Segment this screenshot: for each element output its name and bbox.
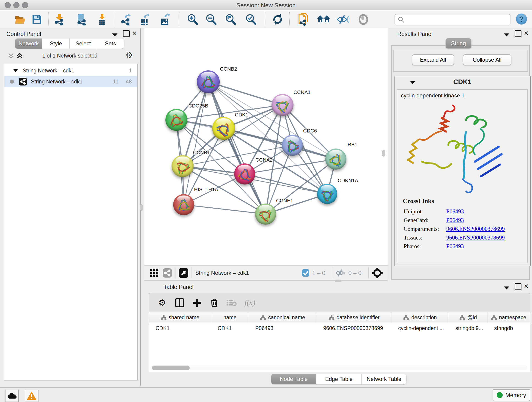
warning-button[interactable]: [25, 390, 38, 402]
node-CDC25B[interactable]: [165, 109, 187, 131]
crosslink-link[interactable]: P06493: [446, 208, 464, 215]
table-cell[interactable]: CDK1: [149, 323, 211, 333]
table-cell[interactable]: stringdb: [488, 323, 530, 333]
expand-all-button[interactable]: Expand All: [412, 54, 454, 65]
tab-sets[interactable]: Sets: [97, 38, 124, 49]
delete-column-icon[interactable]: [210, 298, 218, 307]
add-column-icon[interactable]: [193, 298, 201, 307]
expand-all-tree-icon[interactable]: [8, 52, 14, 59]
hide-graphics-button[interactable]: [336, 13, 349, 26]
network-collection-row[interactable]: String Network – cdk1 1: [4, 65, 137, 76]
cloud-button[interactable]: [5, 390, 19, 402]
table-row[interactable]: CDK1CDK1P064939606.ENSP00000378699cyclin…: [149, 323, 530, 333]
gear-icon[interactable]: ⚙: [126, 51, 133, 60]
node-RB1[interactable]: [325, 148, 346, 170]
tab-edge-table[interactable]: Edge Table: [317, 374, 361, 384]
columns-icon[interactable]: [175, 298, 184, 307]
tab-style[interactable]: Style: [42, 38, 70, 49]
edge-CCNB2-HIST1H1A[interactable]: [184, 82, 208, 205]
panel-float-icon[interactable]: [515, 283, 521, 290]
column-header-database-identifier[interactable]: database identifier: [317, 312, 392, 323]
column-label: description: [411, 314, 437, 321]
vertical-splitter-handle[interactable]: [382, 150, 385, 157]
column-header-canonical-name[interactable]: canonical name: [249, 312, 317, 323]
node-CDK1[interactable]: [212, 117, 235, 140]
tab-node-table[interactable]: Node Table: [271, 374, 317, 384]
node-CCNB1[interactable]: [172, 155, 194, 177]
edge-HIST1H1A-CCNE1[interactable]: [184, 205, 266, 214]
node-CCNA1[interactable]: [272, 94, 293, 116]
table-cell[interactable]: cyclin-dependent ...: [392, 323, 449, 333]
vertical-splitter-handle[interactable]: [140, 204, 143, 211]
network-from-document-button[interactable]: [297, 13, 310, 26]
table-cell[interactable]: stringdb:9...: [449, 323, 488, 333]
tree-expand-icon[interactable]: [13, 69, 18, 72]
export-table-button[interactable]: [139, 13, 152, 26]
panel-float-icon[interactable]: [123, 30, 130, 37]
node-CCNA2[interactable]: [234, 163, 255, 185]
panel-collapse-icon[interactable]: [504, 286, 510, 290]
node-CCNE1[interactable]: [255, 204, 276, 225]
birdseye-crosshair-icon[interactable]: [372, 268, 383, 278]
panel-collapse-icon[interactable]: [504, 33, 510, 37]
node-CDC6[interactable]: [282, 135, 303, 156]
crosslink-link[interactable]: P06493: [446, 243, 464, 249]
scrollbar-thumb[interactable]: [152, 366, 190, 370]
export-network-button[interactable]: [120, 13, 133, 26]
export-image-button[interactable]: [159, 13, 172, 26]
help-button[interactable]: ?: [516, 13, 527, 25]
table-cell[interactable]: CDK1: [211, 323, 249, 333]
refresh-button[interactable]: [271, 13, 284, 26]
crosslink-link[interactable]: 9606.ENSP00000378699: [446, 226, 505, 232]
panel-close-icon[interactable]: ✕: [132, 30, 137, 36]
node-HIST1H1A[interactable]: [173, 194, 194, 215]
network-share-icon[interactable]: [163, 268, 172, 278]
grid-view-icon[interactable]: [150, 269, 159, 277]
tab-select[interactable]: Select: [70, 38, 97, 49]
collapse-all-tree-icon[interactable]: [17, 52, 23, 59]
table-horizontal-scrollbar[interactable]: [151, 365, 528, 370]
tab-string[interactable]: String: [446, 38, 471, 48]
table-cell[interactable]: P06493: [249, 323, 317, 333]
column-header-description[interactable]: description: [392, 312, 449, 323]
crosslink-link[interactable]: P06493: [446, 217, 464, 223]
zoom-in-button[interactable]: [186, 13, 199, 26]
table-cell[interactable]: 9606.ENSP00000378699: [317, 323, 392, 333]
search-input[interactable]: [394, 14, 510, 26]
edge-CCNB2-CCNE1[interactable]: [208, 82, 266, 214]
import-network-file-button[interactable]: [53, 13, 66, 26]
node-CCNB2[interactable]: [197, 70, 220, 93]
zoom-fit-button[interactable]: [224, 13, 237, 26]
tab-network-table[interactable]: Network Table: [361, 374, 406, 384]
node-structure-thumbnail: [234, 165, 255, 186]
network-canvas[interactable]: CCNB2CCNA1CDC25BCDK1CDC6RB1CCNB1CCNA2CDK…: [144, 28, 388, 265]
hidden-eye-slash-icon[interactable]: [336, 269, 346, 277]
table-gear-icon[interactable]: ⚙: [158, 298, 166, 308]
crosslink-link[interactable]: 9606.ENSP00000378699: [446, 235, 505, 241]
network-row-selected[interactable]: String Network – cdk1 11 48: [4, 76, 137, 87]
panel-float-icon[interactable]: [515, 30, 521, 37]
houses-icon-button[interactable]: [317, 13, 330, 26]
lens-icon-button[interactable]: [357, 13, 370, 26]
column-header-@id[interactable]: @id: [449, 312, 488, 323]
crosslink-row: Compartments:9606.ENSP00000378699: [404, 226, 527, 232]
import-table-button[interactable]: [95, 13, 108, 26]
collapse-all-button[interactable]: Collapse All: [463, 54, 511, 65]
save-session-button[interactable]: [31, 13, 43, 26]
column-header-name[interactable]: name: [211, 312, 249, 323]
zoom-selected-button[interactable]: [244, 13, 257, 26]
memory-button[interactable]: Memory: [493, 389, 530, 401]
panel-close-icon[interactable]: ✕: [524, 30, 529, 36]
zoom-out-button[interactable]: [205, 13, 217, 26]
column-header-namespace[interactable]: namespace: [488, 312, 530, 323]
open-session-button[interactable]: [14, 13, 27, 26]
import-network-database-button[interactable]: [75, 13, 88, 26]
open-in-window-icon[interactable]: [179, 268, 188, 278]
panel-close-icon[interactable]: ✕: [524, 283, 529, 289]
edge-CDK1-RB1[interactable]: [224, 128, 336, 159]
tab-network[interactable]: Network: [15, 38, 42, 49]
selected-checkbox-icon[interactable]: [302, 269, 309, 277]
node-CDKN1A[interactable]: [317, 184, 337, 204]
column-header-shared-name[interactable]: shared name: [149, 312, 211, 323]
panel-collapse-icon[interactable]: [112, 33, 118, 37]
